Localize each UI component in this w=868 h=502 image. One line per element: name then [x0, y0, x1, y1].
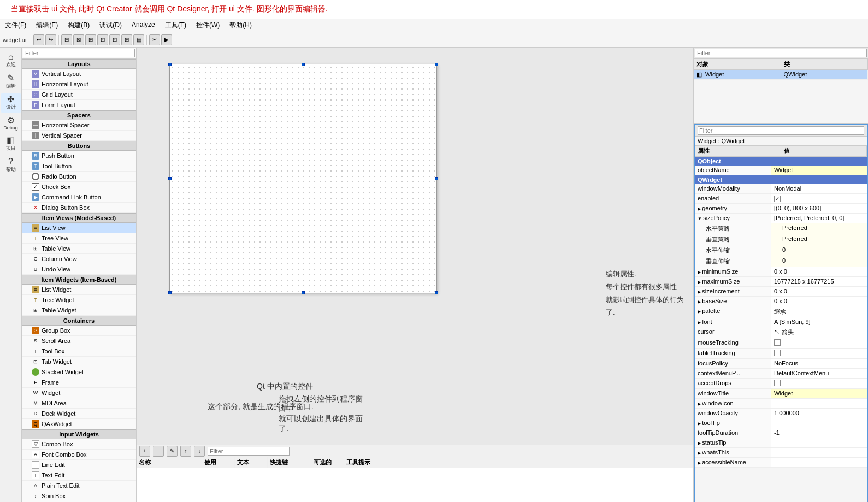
prop-val-tablettracking[interactable] [771, 349, 867, 358]
prop-row-basesize[interactable]: baseSize 0 x 0 [695, 297, 867, 306]
prop-val-acceptdrops[interactable] [771, 379, 867, 388]
prop-row-objectname[interactable]: objectName Widget [695, 166, 867, 175]
widget-item-mdi-area[interactable]: M MDI Area [22, 398, 136, 409]
handle-br[interactable] [435, 291, 438, 294]
prop-row-statustip[interactable]: statusTip [695, 438, 867, 448]
handle-tm[interactable] [302, 63, 305, 66]
widget-item-spin-box[interactable]: ↕ Spin Box [22, 491, 136, 501]
widget-item-combo-box[interactable]: ▽ Combo Box [22, 439, 136, 450]
handle-tl[interactable] [168, 63, 172, 66]
widget-filter-input[interactable] [23, 49, 135, 57]
widget-item-group-box[interactable]: G Group Box [22, 326, 136, 336]
prop-row-accessiblename[interactable]: accessibleName [695, 458, 867, 468]
prop-row-palette[interactable]: palette 继承 [695, 306, 867, 317]
prop-row-contextmenu[interactable]: contextMenuP... DefaultContextMenu [695, 369, 867, 379]
tb-align-top[interactable]: ⊡ [97, 34, 108, 45]
design-canvas[interactable] [169, 64, 437, 293]
widget-item-vertical-layout[interactable]: V Vertical Layout [22, 69, 136, 79]
canvas-inner[interactable]: 这个部分, 就是生成的程序窗口. Qt 中内置的控件 拖拽左侧的控件到程序窗口中… [137, 48, 693, 445]
prop-row-tooltipDuration[interactable]: toolTipDuration -1 [695, 428, 867, 438]
signal-remove-btn[interactable]: − [153, 446, 164, 457]
mousetracking-checkbox[interactable] [774, 339, 781, 346]
prop-val-focuspolicy[interactable]: NoFocus [771, 359, 867, 368]
signal-edit-btn[interactable]: ✎ [167, 446, 178, 457]
prop-row-hpolicy[interactable]: 水平策略 Preferred [695, 223, 867, 234]
left-icon-help[interactable]: ? 帮助 [1, 155, 21, 175]
prop-row-windowicon[interactable]: windowIcon [695, 399, 867, 409]
signal-down-btn[interactable]: ↓ [194, 446, 205, 457]
tablettracking-checkbox[interactable] [774, 350, 781, 356]
widget-item-horizontal-layout[interactable]: H Horizontal Layout [22, 79, 136, 90]
widget-item-plain-text-edit[interactable]: A Plain Text Edit [22, 481, 136, 491]
prop-row-windowmodality[interactable]: windowModality NonModal [695, 184, 867, 194]
handle-ml[interactable] [168, 177, 172, 180]
prop-row-tooltip[interactable]: toolTip [695, 418, 867, 428]
widget-item-frame[interactable]: F Frame [22, 377, 136, 388]
prop-val-hstretch[interactable]: 0 [771, 245, 867, 256]
prop-val-enabled[interactable] [771, 194, 867, 203]
prop-val-tooltipduration[interactable]: -1 [771, 428, 867, 438]
signal-filter-input[interactable] [208, 447, 290, 456]
widget-item-list-widget[interactable]: ≡ List Widget [22, 285, 136, 295]
widget-item-radio-button[interactable]: Radio Button [22, 172, 136, 182]
menu-help[interactable]: 帮助(H) [227, 20, 254, 31]
prop-val-geometry[interactable]: [(0, 0), 800 x 600] [771, 204, 867, 213]
menu-debug[interactable]: 调试(D) [97, 20, 124, 31]
left-icon-welcome[interactable]: ⌂ 欢迎 [1, 50, 21, 70]
left-icon-project[interactable]: ◧ 项目 [1, 134, 21, 154]
tb-align-right[interactable]: ⊞ [85, 34, 96, 45]
prop-val-windowopacity[interactable]: 1.000000 [771, 409, 867, 418]
prop-row-vstretch[interactable]: 垂直伸缩 0 [695, 256, 867, 267]
left-icon-edit[interactable]: ✎ 编辑 [1, 72, 21, 92]
menu-file[interactable]: 文件(F) [3, 20, 28, 31]
prop-row-tablettracking[interactable]: tabletTracking [695, 349, 867, 359]
widget-item-font-combo-box[interactable]: A Font Combo Box [22, 450, 136, 460]
widget-item-dialog-button-box[interactable]: × Dialog Button Box [22, 203, 136, 213]
left-icon-design[interactable]: ✤ 设计 [1, 93, 21, 113]
prop-val-mousetracking[interactable] [771, 338, 867, 348]
widget-item-stacked-widget[interactable]: Stacked Widget [22, 367, 136, 377]
prop-row-font[interactable]: font A [SimSun, 9] [695, 317, 867, 327]
prop-val-font[interactable]: A [SimSun, 9] [771, 317, 867, 327]
handle-bl[interactable] [168, 291, 172, 294]
widget-item-text-edit[interactable]: T Text Edit [22, 470, 136, 481]
prop-row-minsize[interactable]: minimumSize 0 x 0 [695, 267, 867, 277]
widget-item-horizontal-spacer[interactable]: — Horizontal Spacer [22, 120, 136, 131]
prop-row-sizeincrement[interactable]: sizeIncrement 0 x 0 [695, 287, 867, 297]
widget-item-dock-widget[interactable]: D Dock Widget [22, 409, 136, 419]
widget-item-check-box[interactable]: ✓ Check Box [22, 182, 136, 192]
prop-val-sizeincrement[interactable]: 0 x 0 [771, 287, 867, 296]
signal-up-btn[interactable]: ↑ [180, 446, 191, 457]
prop-val-whatsthis[interactable] [771, 448, 867, 457]
prop-val-accessiblename[interactable] [771, 458, 867, 467]
prop-row-enabled[interactable]: enabled [695, 194, 867, 204]
prop-row-cursor[interactable]: cursor ↖ 箭头 [695, 327, 867, 338]
prop-row-hstretch[interactable]: 水平伸缩 0 [695, 245, 867, 256]
widget-item-tool-button[interactable]: T Tool Button [22, 161, 136, 172]
prop-row-acceptdrops[interactable]: acceptDrops [695, 379, 867, 389]
prop-val-windowtitle[interactable]: Widget [771, 389, 867, 398]
tb-form[interactable]: ▤ [133, 34, 144, 45]
widget-item-grid-layout[interactable]: G Grid Layout [22, 90, 136, 100]
obj-row-widget[interactable]: ◧ Widget QWidget [694, 70, 868, 80]
prop-val-windowmodality[interactable]: NonModal [771, 184, 867, 193]
prop-val-hpolicy[interactable]: Preferred [771, 223, 867, 234]
prop-row-windowtitle[interactable]: windowTitle Widget [695, 389, 867, 399]
prop-val-vpolicy[interactable]: Preferred [771, 234, 867, 245]
prop-val-vstretch[interactable]: 0 [771, 256, 867, 267]
left-icon-debug[interactable]: ⚙ Debug [1, 114, 21, 133]
prop-row-maxsize[interactable]: maximumSize 16777215 x 16777215 [695, 277, 867, 287]
prop-filter-input[interactable] [698, 126, 864, 135]
tb-redo[interactable]: ↪ [45, 34, 56, 45]
widget-item-tree-widget[interactable]: T Tree Widget [22, 295, 136, 305]
prop-val-windowicon[interactable] [771, 399, 867, 408]
widget-item-push-button[interactable]: B Push Button [22, 151, 136, 161]
menu-build[interactable]: 构建(B) [66, 20, 92, 31]
widget-item-vertical-spacer[interactable]: | Vertical Spacer [22, 131, 136, 141]
menu-edit[interactable]: 编辑(E) [34, 20, 60, 31]
widget-item-form-layout[interactable]: F Form Layout [22, 100, 136, 110]
prop-val-objectname[interactable]: Widget [771, 166, 867, 175]
prop-row-geometry[interactable]: geometry [(0, 0), 800 x 600] [695, 204, 867, 214]
menu-widgets[interactable]: 控件(W) [194, 20, 222, 31]
acceptdrops-checkbox[interactable] [774, 380, 781, 386]
